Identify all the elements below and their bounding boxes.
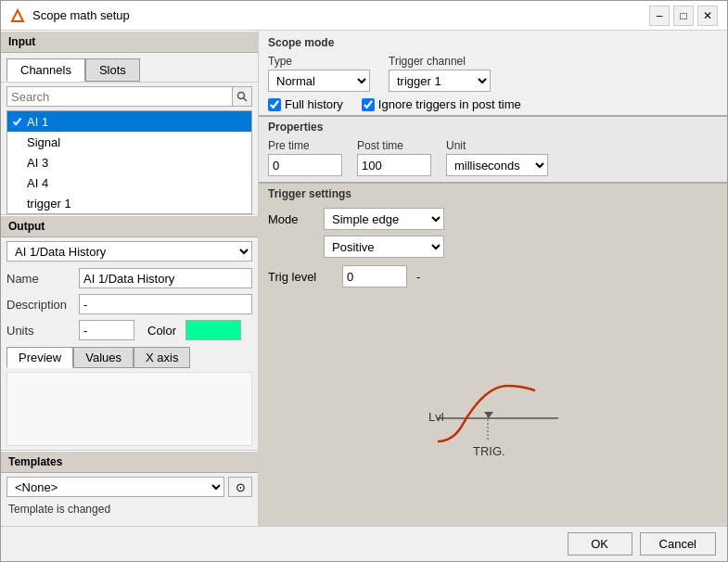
cancel-button[interactable]: Cancel: [640, 532, 716, 556]
preview-area: [6, 372, 252, 446]
trigger-section: Trigger settings Mode Simple edge Window…: [259, 183, 727, 526]
tab-slots[interactable]: Slots: [85, 58, 140, 82]
search-button[interactable]: [232, 86, 252, 107]
properties-title: Properties: [268, 121, 718, 134]
full-history-checkbox-item: Full history: [268, 97, 343, 111]
trig-label: TRIG.: [473, 444, 505, 458]
name-label: Name: [6, 272, 73, 286]
units-color-row: Units Color: [1, 317, 258, 343]
checkbox-row: Full history Ignore triggers in post tim…: [268, 97, 718, 111]
channel-list: AI 1 Signal AI 3 AI 4: [6, 110, 252, 214]
post-time-input[interactable]: [357, 154, 431, 176]
ignore-triggers-checkbox-item: Ignore triggers in post time: [362, 97, 521, 111]
main-window: Scope math setup – □ ✕ Input Channels Sl…: [0, 0, 728, 562]
mode-label: Mode: [268, 212, 314, 226]
input-tabs-row: Channels Slots: [1, 53, 258, 82]
trigger-diagram-svg: Lvl TRIG.: [401, 358, 586, 460]
units-input[interactable]: [79, 320, 134, 340]
trigger-channel-select[interactable]: trigger 1: [389, 70, 491, 92]
props-row: Pre time Post time Unit milliseconds sec…: [268, 139, 718, 176]
output-select[interactable]: AI 1/Data History: [6, 241, 252, 262]
tab-values[interactable]: Values: [73, 347, 134, 368]
trig-level-label: Trig level: [268, 270, 333, 284]
trig-level-unit: -: [416, 270, 420, 284]
left-panel: Input Channels Slots: [1, 31, 259, 526]
channel-item-signal[interactable]: Signal: [7, 132, 251, 152]
search-input[interactable]: [6, 86, 233, 107]
input-section: Input Channels Slots: [1, 31, 258, 214]
scope-mode-section: Scope mode Type Normal Free run Gated Tr…: [259, 31, 727, 115]
type-select[interactable]: Normal Free run Gated: [268, 70, 370, 92]
name-row: Name: [1, 265, 258, 291]
post-time-label: Post time: [357, 139, 431, 152]
lvl-label: Lvl: [428, 410, 444, 424]
minimize-button[interactable]: –: [649, 6, 670, 26]
type-label: Type: [268, 55, 370, 68]
right-panel: Scope mode Type Normal Free run Gated Tr…: [259, 31, 727, 526]
trigger-diagram: Lvl TRIG.: [268, 297, 718, 520]
output-section-header: Output: [1, 215, 258, 237]
trig-level-input[interactable]: [342, 265, 407, 287]
scope-mode-container: Scope mode Type Normal Free run Gated Tr…: [259, 31, 727, 115]
trigger-mode-row: Mode Simple edge Window Hysteresis: [268, 208, 718, 230]
close-button[interactable]: ✕: [697, 6, 718, 26]
unit-label: Unit: [446, 139, 548, 152]
tab-preview[interactable]: Preview: [6, 347, 73, 368]
channel-item-ai3[interactable]: AI 3: [7, 152, 251, 172]
title-left: Scope math setup: [10, 8, 130, 23]
svg-marker-0: [12, 10, 23, 21]
input-section-header: Input: [1, 31, 258, 53]
unit-field: Unit milliseconds seconds: [446, 139, 548, 176]
app-icon: [10, 8, 25, 23]
trig-level-row: Trig level -: [268, 265, 718, 287]
mode-select[interactable]: Simple edge Window Hysteresis: [324, 208, 444, 230]
template-changed-text: Template is changed: [1, 501, 258, 521]
pre-time-input[interactable]: [268, 154, 342, 176]
trigger-channel-label: Trigger channel: [389, 55, 491, 68]
type-field: Type Normal Free run Gated: [268, 55, 370, 92]
window-controls: – □ ✕: [649, 6, 718, 26]
channel-item-ai4[interactable]: AI 4: [7, 172, 251, 193]
search-row: [1, 82, 258, 110]
channel-item-ai1[interactable]: AI 1: [7, 111, 251, 132]
name-input[interactable]: [79, 268, 252, 288]
window-title: Scope math setup: [32, 8, 130, 22]
polarity-select[interactable]: Positive Negative Either: [324, 236, 444, 258]
output-select-row: AI 1/Data History: [1, 237, 258, 265]
ignore-triggers-label: Ignore triggers in post time: [378, 97, 521, 111]
main-content: Input Channels Slots: [1, 31, 727, 526]
templates-action-button[interactable]: ⊙: [228, 477, 252, 497]
properties-section: Properties Pre time Post time Unit milli…: [259, 116, 727, 182]
templates-section-header: Templates: [1, 451, 258, 473]
output-section: Output AI 1/Data History Name Descriptio…: [1, 214, 258, 450]
templates-section: Templates <None> ⊙ Template is changed: [1, 450, 258, 521]
color-picker[interactable]: [185, 320, 241, 340]
tab-channels[interactable]: Channels: [6, 58, 85, 82]
templates-row: <None> ⊙: [1, 473, 258, 501]
maximize-button[interactable]: □: [673, 6, 694, 26]
search-icon: [236, 91, 248, 102]
channel-checkbox-ai1[interactable]: [11, 116, 23, 128]
svg-marker-5: [484, 412, 493, 418]
scope-mode-title: Scope mode: [268, 36, 718, 49]
trigger-polarity-row: Positive Negative Either: [268, 236, 718, 258]
title-bar: Scope math setup – □ ✕: [1, 1, 727, 31]
ok-button[interactable]: OK: [568, 532, 632, 556]
scope-type-trigger-row: Type Normal Free run Gated Trigger chann…: [268, 55, 718, 92]
description-input[interactable]: [79, 294, 252, 314]
output-tabs-row: Preview Values X axis: [1, 343, 258, 368]
channel-item-trigger1[interactable]: trigger 1: [7, 193, 251, 213]
pre-time-label: Pre time: [268, 139, 342, 152]
tab-xaxis[interactable]: X axis: [134, 347, 190, 368]
full-history-checkbox[interactable]: [268, 98, 281, 111]
full-history-label: Full history: [285, 97, 343, 111]
templates-select[interactable]: <None>: [6, 477, 224, 497]
bottom-bar: OK Cancel: [1, 526, 727, 561]
units-label: Units: [6, 324, 73, 338]
templates-icon: ⊙: [236, 480, 246, 494]
unit-select[interactable]: milliseconds seconds: [446, 154, 548, 176]
description-label: Description: [6, 298, 73, 312]
post-time-field: Post time: [357, 139, 431, 176]
ignore-triggers-checkbox[interactable]: [362, 98, 375, 111]
color-label: Color: [147, 324, 176, 338]
